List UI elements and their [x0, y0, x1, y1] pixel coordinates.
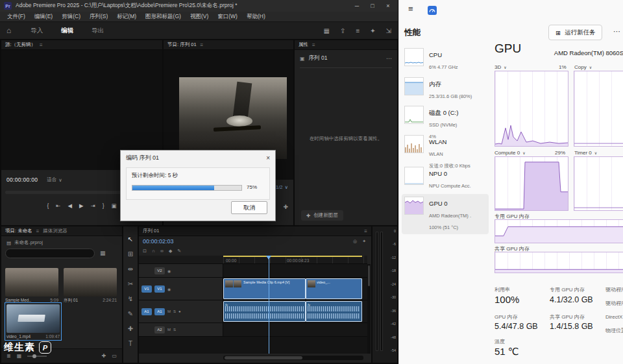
timeline-tab[interactable]: 序列 01 [143, 228, 159, 234]
track-toggle-a2[interactable]: A2 [154, 326, 165, 334]
cancel-button[interactable]: 取消 [231, 201, 267, 214]
trash-icon[interactable]: ▭ [112, 353, 117, 359]
playhead[interactable] [269, 256, 269, 354]
track-visibility-icon[interactable]: ◉ [167, 287, 171, 291]
search-options-icon[interactable]: ▦ [100, 250, 106, 256]
close-icon[interactable]: × [382, 3, 394, 9]
minimize-icon[interactable]: ─ [351, 3, 363, 9]
menu-clip[interactable]: 剪辑(C) [57, 13, 85, 21]
track-lane-v1[interactable]: Sample Media Clip 6.mp4 [V] video_... [223, 278, 367, 300]
solo-icon[interactable]: S [173, 309, 176, 313]
selection-tool-icon[interactable]: ↖ [128, 236, 133, 243]
project-search-input[interactable] [5, 249, 95, 258]
hamburger-menu-icon[interactable]: ≡ [408, 4, 413, 14]
workspace-layout-icon[interactable]: ▦ [324, 27, 330, 34]
add-marker-icon[interactable]: ◆ [169, 249, 172, 254]
video-clip-sample-media[interactable]: Sample Media Clip 6.mp4 [V] [223, 278, 306, 299]
source-tab[interactable]: 源:（无剪辑） [5, 42, 36, 48]
mark-out-icon[interactable]: } [103, 202, 104, 209]
step-back-icon[interactable]: ◀ [67, 202, 72, 209]
menu-edit[interactable]: 编辑(E) [30, 13, 57, 21]
media-browser-tab[interactable]: 媒体浏览器 [43, 228, 67, 234]
panel-menu-icon[interactable]: ≡ [40, 42, 43, 48]
panel-menu-icon[interactable]: ≡ [312, 42, 315, 48]
maximize-icon[interactable]: □ [367, 3, 378, 9]
timeline-vertical-scrollbar[interactable] [367, 264, 371, 354]
timeline-ruler[interactable]: 00:00 00:00:04:23 [139, 256, 367, 264]
audio-clip-sample-media[interactable]: fx [223, 301, 306, 322]
track-lane-v2[interactable] [223, 264, 367, 277]
play-icon[interactable]: ▶ [79, 202, 84, 209]
source-patch-v1[interactable]: V1 [141, 285, 152, 293]
panel-menu-icon[interactable]: ≡ [201, 42, 204, 48]
menu-window[interactable]: 窗口(W) [213, 13, 242, 21]
engine-compute-label[interactable]: Compute 0 [495, 150, 520, 156]
export-frame-icon[interactable]: ▣ [112, 202, 117, 209]
more-options-icon[interactable]: ⋯ [386, 55, 392, 62]
project-item-sequence-01[interactable]: 序列 01 2:24:21 [64, 268, 117, 304]
track-visibility-icon[interactable]: ◉ [167, 269, 171, 273]
track-toggle-a1[interactable]: A1 [154, 308, 165, 315]
track-toggle-v1[interactable]: V1 [154, 285, 165, 293]
sidebar-item-gpu[interactable]: GPU 0 AMD Radeon(TM) . 100% (51 °C) [402, 194, 489, 234]
panel-menu-icon[interactable]: ≡ [364, 228, 367, 234]
track-select-tool-icon[interactable]: ⊞ [128, 250, 133, 258]
project-tab[interactable]: 项目: 未命名 [5, 228, 32, 234]
ripple-edit-tool-icon[interactable]: ⇹ [128, 265, 133, 273]
nest-sequence-icon[interactable]: ⊡ [143, 249, 147, 254]
create-new-layer-button[interactable]: ✚ 创建新图层 [301, 210, 343, 221]
sidebar-item-memory[interactable]: 内存 25.3/31.6 GB (80%) [402, 75, 489, 103]
linked-selection-icon[interactable]: ∞ [160, 249, 164, 254]
tab-edit[interactable]: 编辑 [52, 27, 82, 35]
playback-resolution-select[interactable]: 1/2 ∨ [276, 184, 288, 190]
tab-export[interactable]: 导出 [82, 27, 113, 35]
more-options-icon[interactable]: ⋯ [613, 27, 620, 36]
razor-tool-icon[interactable]: ✂ [128, 280, 133, 287]
tab-import[interactable]: 导入 [21, 27, 52, 35]
go-to-in-icon[interactable]: ⇤ [56, 202, 60, 209]
step-forward-icon[interactable]: ⇥ [91, 202, 95, 209]
zoom-tool-icon[interactable]: ✦ [370, 27, 375, 34]
list-view-icon[interactable]: ≣ [6, 353, 11, 359]
menu-graphics[interactable]: 图形和标题(G) [141, 13, 186, 21]
engine-timer-label[interactable]: Timer 0 [574, 150, 592, 156]
menu-file[interactable]: 文件(F) [3, 13, 30, 21]
type-tool-icon[interactable]: T [128, 340, 132, 347]
dialog-close-icon[interactable]: × [266, 154, 270, 162]
hand-tool-icon[interactable]: ✚ [128, 325, 133, 332]
add-button-icon[interactable]: ✚ [283, 204, 288, 210]
project-item-sample-media[interactable]: Sample Med.. 5:09 [5, 268, 58, 302]
work-area-bar[interactable] [223, 256, 362, 257]
mark-in-icon[interactable]: { [47, 202, 49, 209]
project-item-video-1[interactable]: video_1.mp4 1:09:47 [6, 304, 60, 339]
menu-markers[interactable]: 标记(M) [112, 13, 141, 21]
snap-icon[interactable]: ∩ [152, 249, 155, 254]
sidebar-item-cpu[interactable]: CPU 6% 4.77 GHz [402, 45, 489, 74]
video-clip-video-1[interactable]: video_... [306, 278, 362, 299]
properties-tab[interactable]: 属性 [299, 42, 308, 48]
source-patch-a1[interactable]: A1 [141, 308, 152, 315]
menu-help[interactable]: 帮助(H) [242, 13, 270, 21]
audio-clip-video-1[interactable]: fx [306, 301, 362, 322]
mic-icon[interactable]: ● [178, 309, 181, 313]
track-toggle-v2[interactable]: V2 [154, 267, 165, 274]
mute-icon[interactable]: M [167, 328, 171, 332]
menu-sequence[interactable]: 序列(S) [85, 13, 112, 21]
maximize-frame-icon[interactable]: ⇲ [386, 27, 391, 34]
timeline-pen-icon[interactable]: ✎ [177, 249, 181, 254]
menu-view[interactable]: 视图(V) [186, 13, 213, 21]
program-tab[interactable]: 节目: 序列 01 [167, 42, 197, 48]
panel-menu-icon[interactable]: ≡ [36, 228, 40, 234]
source-zoom-select[interactable]: 适合 ∨ [47, 176, 62, 183]
track-lane-a1[interactable]: fx fx [223, 300, 367, 322]
home-icon[interactable]: ⌂ [6, 26, 11, 35]
pen-tool-icon[interactable]: ✎ [128, 310, 133, 317]
engine-copy-label[interactable]: Copy [574, 64, 587, 70]
timeline-lookup-icon[interactable]: ✦ [362, 239, 366, 244]
solo-icon[interactable]: S [173, 328, 176, 332]
track-lane-a2[interactable] [223, 323, 367, 336]
new-item-icon[interactable]: ✚ [102, 353, 106, 359]
timeline-horizontal-scrollbar[interactable] [223, 356, 363, 360]
engine-3d-label[interactable]: 3D [495, 64, 501, 70]
mute-icon[interactable]: M [167, 309, 171, 313]
